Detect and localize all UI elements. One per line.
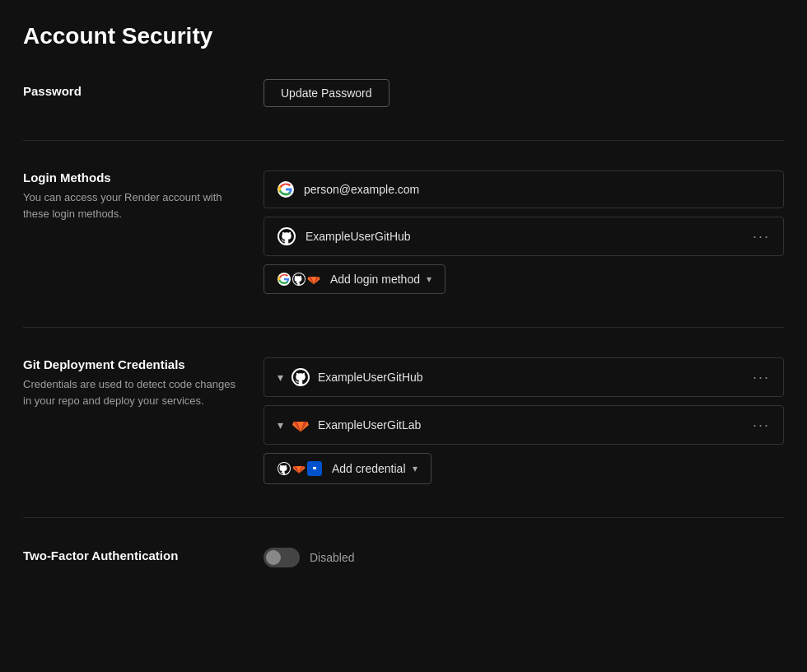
gitlab-cred-icon [292,462,306,475]
credential-gitlab-chevron[interactable]: ▾ [278,418,283,432]
chevron-down-icon: ▾ [427,273,431,285]
credential-item-github: ▾ ExampleUserGitHub ··· [264,357,784,397]
two-factor-left: Two-Factor Authentication [23,548,237,567]
divider-2 [23,327,784,328]
login-methods-section: Login Methods You can access your Render… [23,170,784,294]
login-methods-label: Login Methods [23,170,237,184]
login-item-github: ExampleUserGitHub ··· [264,217,784,256]
two-factor-label: Two-Factor Authentication [23,548,237,562]
github-login-username: ExampleUserGitHub [306,230,743,243]
github-icon [278,227,296,245]
login-methods-description: You can access your Render account with … [23,189,237,222]
credential-github-chevron[interactable]: ▾ [278,371,283,384]
add-credential-label: Add credential [332,462,406,475]
credential-github-menu-button[interactable]: ··· [753,369,770,386]
password-section: Password Update Password [23,79,784,107]
credential-gitlab-icon [292,416,310,434]
toggle-thumb [266,550,281,565]
add-login-method-button[interactable]: Add login method ▾ [264,264,445,294]
password-label: Password [23,84,237,98]
login-item-google: G person@example.com [264,170,784,208]
git-deployment-label: Git Deployment Credentials [23,357,237,371]
two-factor-status: Disabled [310,551,354,564]
login-methods-right: G person@example.com ExampleUserGitHu [264,170,784,294]
page-title: Account Security [23,23,784,49]
google-login-email: person@example.com [304,183,770,196]
github-mini-icon [292,273,306,286]
password-label-container: Password [23,84,237,103]
google-mini-icon [278,273,291,286]
github-cred-icon [278,462,291,475]
git-deployment-section: Git Deployment Credentials Credentials a… [23,357,784,484]
add-login-method-label: Add login method [330,273,420,286]
two-factor-section: Two-Factor Authentication Disabled [23,548,784,567]
two-factor-toggle-container: Disabled [264,548,784,567]
credential-item-gitlab: ▾ ExampleUserGitLab ··· [264,405,784,445]
credential-gitlab-username: ExampleUserGitLab [318,418,744,432]
two-factor-toggle[interactable] [264,548,300,567]
git-deployment-right: ▾ ExampleUserGitHub ··· ▾ [264,357,784,484]
git-deployment-description: Credentials are used to detect code chan… [23,376,237,408]
add-credential-icons [278,461,322,476]
add-method-icons [278,273,320,286]
google-icon: G [278,181,294,198]
credential-github-username: ExampleUserGitHub [318,371,744,384]
add-credential-chevron-icon: ▾ [413,463,417,474]
credential-github-icon [292,368,310,386]
add-credential-button[interactable]: Add credential ▾ [264,453,431,484]
two-factor-right: Disabled [264,548,784,567]
divider-1 [23,140,784,141]
password-button-container: Update Password [264,79,390,107]
credential-gitlab-menu-button[interactable]: ··· [753,417,770,434]
bitbucket-cred-icon [307,461,322,476]
update-password-button[interactable]: Update Password [264,79,390,107]
git-deployment-left: Git Deployment Credentials Credentials a… [23,357,237,408]
divider-3 [23,517,784,518]
gitlab-mini-icon [307,273,320,286]
github-login-menu-button[interactable]: ··· [753,228,770,245]
login-methods-left: Login Methods You can access your Render… [23,170,237,222]
